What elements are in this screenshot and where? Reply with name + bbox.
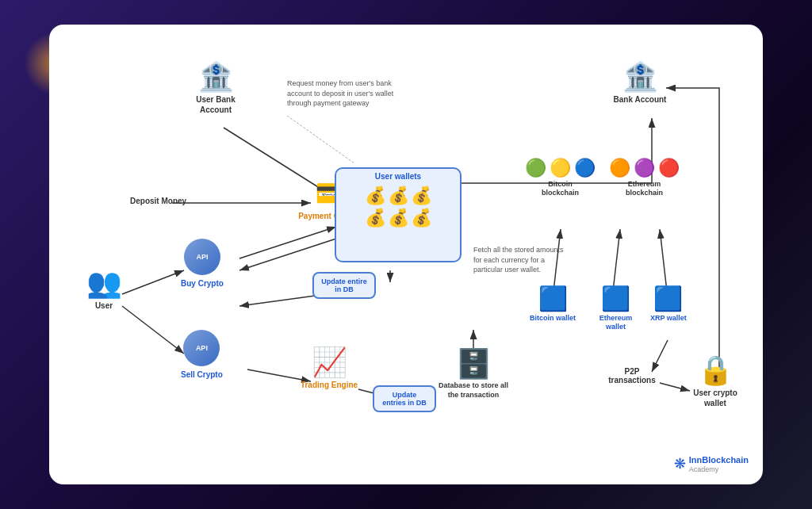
xrp-wallet-node: 🟦 XRP wallet	[650, 285, 687, 323]
p2p-transactions-label: P2P transactions	[604, 367, 660, 385]
user-bank-account-label: User Bank Account	[180, 94, 251, 115]
user-crypto-wallet-node: 🔒 User crypto wallet	[684, 356, 747, 408]
xrp-wallet-label: XRP wallet	[650, 314, 687, 323]
brand-name: InnBlockchain	[689, 455, 749, 465]
bank-account-icon: 🏦	[622, 63, 658, 91]
user-label: User	[95, 300, 113, 311]
buy-crypto-api-circle: API	[184, 239, 220, 275]
sell-crypto-label: Sell Crypto	[181, 369, 223, 380]
bitcoin-wallet-label: Bitcoin wallet	[530, 314, 576, 323]
bank-request-annotation: Request money from user's bank account t…	[287, 78, 414, 109]
xrp-wallet-icon: 🟦	[653, 285, 683, 312]
sell-crypto-api-circle: API	[183, 330, 220, 366]
wallet-icon-2: 💰	[388, 186, 409, 206]
ethereum-blockchain-node: 🟠 🟣 🔴 Ethereum blockchain	[609, 158, 680, 197]
user-crypto-wallet-icon: 🔒	[698, 356, 733, 385]
update-entries-db-node: Update entries in DB	[373, 385, 436, 412]
ethereum-wallet-node: 🟦 Ethereum wallet	[590, 285, 642, 331]
brand: ❋ InnBlockchain Academy	[674, 455, 749, 473]
svg-line-8	[239, 239, 336, 270]
bank-account-node: 🏦 Bank Account	[604, 63, 676, 105]
brand-sub: Academy	[689, 465, 749, 473]
ethereum-wallet-label: Ethereum wallet	[590, 314, 642, 331]
svg-line-7	[239, 227, 336, 258]
wallet-icon-1: 💰	[365, 186, 386, 206]
user-crypto-wallet-label: User crypto wallet	[684, 388, 747, 408]
svg-line-6	[122, 306, 184, 354]
database-icon: 🗄️	[456, 350, 492, 378]
user-wallets-box: User wallets 💰 💰 💰 💰 💰 💰	[335, 167, 462, 262]
trading-engine-node: 📈 Trading Engine	[293, 348, 365, 390]
deposit-money-label: Deposit Money	[130, 197, 186, 205]
database-label: Database to store all the transaction	[438, 381, 509, 400]
user-node: 👥 User	[76, 269, 132, 311]
sell-crypto-node: API Sell Crypto	[181, 330, 223, 380]
wallet-icon-5: 💰	[388, 208, 409, 228]
trading-engine-icon: 📈	[312, 348, 347, 377]
fetch-annotation: Fetch all the stored amounts for each cu…	[473, 245, 569, 275]
wallet-icon-6: 💰	[411, 208, 432, 228]
bitcoin-blockchain-label: Bitcoin blockchain	[533, 180, 588, 197]
wallet-icon-4: 💰	[365, 208, 386, 228]
bank-account-label: Bank Account	[614, 94, 667, 105]
bitcoin-wallet-node: 🟦 Bitcoin wallet	[530, 285, 576, 323]
user-wallets-title: User wallets	[375, 172, 421, 181]
bitcoin-blockchain-node: 🟢 🟡 🔵 Bitcoin blockchain	[525, 158, 596, 197]
buy-crypto-node: API Buy Crypto	[181, 239, 224, 289]
trading-engine-label: Trading Engine	[301, 380, 358, 390]
svg-line-3	[287, 116, 354, 163]
user-bank-account-icon: 🏦	[198, 63, 234, 91]
wallet-icon-3: 💰	[411, 186, 432, 206]
user-bank-account-node: 🏦 User Bank Account	[176, 63, 255, 115]
buy-crypto-label: Buy Crypto	[181, 278, 224, 289]
diagram-container: 🏦 User Bank Account 🏦 Bank Account Reque…	[49, 25, 763, 484]
bitcoin-wallet-icon: 🟦	[538, 285, 568, 312]
user-icon: 👥	[86, 269, 122, 297]
brand-icon: ❋	[674, 455, 686, 473]
ethereum-wallet-icon: 🟦	[601, 285, 630, 312]
wallets-grid: 💰 💰 💰 💰 💰 💰	[363, 184, 434, 230]
database-node: 🗄️ Database to store all the transaction	[438, 350, 509, 400]
ethereum-blockchain-label: Ethereum blockchain	[617, 180, 672, 197]
update-db-node: Update entire in DB	[312, 272, 376, 299]
